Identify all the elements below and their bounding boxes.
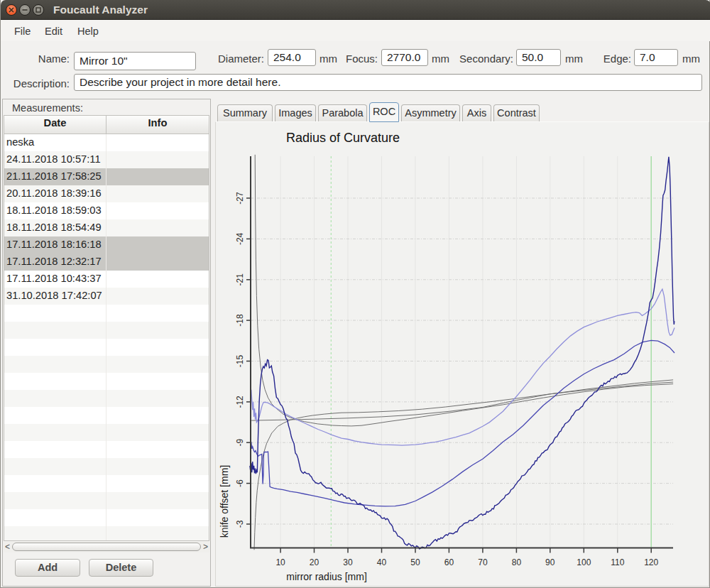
svg-text:70: 70: [478, 557, 488, 567]
svg-text:-15: -15: [235, 355, 245, 368]
svg-text:80: 80: [512, 557, 522, 567]
svg-text:100: 100: [577, 557, 591, 567]
svg-text:10: 10: [275, 557, 285, 567]
svg-text:50: 50: [410, 557, 420, 567]
svg-text:110: 110: [611, 557, 624, 567]
svg-text:mirror radius [mm]: mirror radius [mm]: [286, 571, 367, 582]
svg-text:40: 40: [377, 557, 387, 567]
svg-text:-21: -21: [235, 273, 245, 286]
svg-text:-27: -27: [235, 192, 245, 205]
svg-text:-12: -12: [235, 396, 245, 408]
svg-text:90: 90: [545, 557, 555, 567]
svg-text:knife offset [mm]: knife offset [mm]: [219, 465, 230, 538]
svg-text:30: 30: [343, 557, 353, 567]
svg-text:-18: -18: [235, 314, 245, 327]
svg-text:Radius of Curvature: Radius of Curvature: [286, 131, 400, 145]
svg-text:-9: -9: [235, 439, 245, 447]
svg-text:60: 60: [444, 557, 454, 567]
svg-text:-24: -24: [235, 232, 245, 245]
svg-text:120: 120: [644, 557, 658, 567]
svg-text:-6: -6: [235, 479, 245, 487]
svg-text:20: 20: [310, 557, 320, 567]
svg-text:-3: -3: [235, 520, 245, 528]
